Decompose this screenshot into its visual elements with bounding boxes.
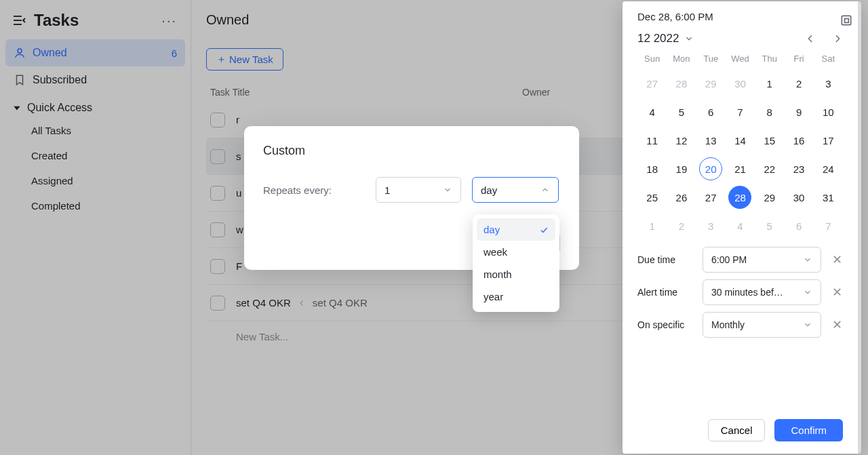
task-checkbox[interactable] xyxy=(210,296,225,311)
due-time-select[interactable]: 6:00 PM xyxy=(703,247,821,273)
clear-alert-time-button[interactable]: ✕ xyxy=(831,285,843,300)
calendar-day[interactable]: 3 xyxy=(696,212,726,240)
dow-label: Fri xyxy=(784,54,813,64)
task-checkbox[interactable] xyxy=(210,186,225,201)
calendar-day[interactable]: 24 xyxy=(814,155,843,183)
chevron-left-icon xyxy=(805,33,816,44)
nav-created[interactable]: Created xyxy=(5,143,185,168)
calendar-day[interactable]: 1 xyxy=(755,69,784,98)
task-checkbox[interactable] xyxy=(210,259,225,274)
calendar-day[interactable]: 29 xyxy=(755,183,784,212)
nav-owned[interactable]: Owned 6 xyxy=(5,39,185,66)
calendar-day[interactable]: 23 xyxy=(784,155,813,183)
nav-subscribed[interactable]: Subscribed xyxy=(5,66,185,94)
next-month-button[interactable] xyxy=(832,33,843,44)
repeat-count-select[interactable]: 1 xyxy=(376,177,461,203)
calendar-day[interactable]: 25 xyxy=(637,183,667,212)
calendar-day[interactable]: 28 xyxy=(726,183,755,212)
nav-completed[interactable]: Completed xyxy=(5,193,185,218)
dropdown-option-day[interactable]: day xyxy=(477,218,555,241)
calendar-day[interactable]: 19 xyxy=(667,155,696,183)
dropdown-option-month[interactable]: month xyxy=(477,263,555,285)
more-icon[interactable]: ··· xyxy=(159,12,180,30)
calendar-day[interactable]: 10 xyxy=(814,98,843,126)
calendar-day[interactable]: 31 xyxy=(814,183,843,212)
calendar-day[interactable]: 15 xyxy=(755,126,784,155)
calendar-day[interactable]: 30 xyxy=(784,183,813,212)
alert-time-select[interactable]: 30 minutes bef… xyxy=(703,279,821,305)
calendar-day[interactable]: 13 xyxy=(696,126,726,155)
date-cancel-button[interactable]: Cancel xyxy=(708,419,766,441)
calendar-day[interactable]: 22 xyxy=(755,155,784,183)
calendar-day[interactable]: 2 xyxy=(784,69,813,98)
bookmark-icon xyxy=(14,74,26,86)
dow-label: Mon xyxy=(667,54,696,64)
date-confirm-button[interactable]: Confirm xyxy=(774,419,843,441)
repeat-unit-select[interactable]: day xyxy=(472,177,559,203)
calendar-day[interactable]: 3 xyxy=(814,69,843,98)
clear-repeat-button[interactable]: ✕ xyxy=(831,317,843,332)
nav-owned-count: 6 xyxy=(172,47,177,59)
chevron-right-icon xyxy=(832,33,843,44)
repeat-unit-value: day xyxy=(481,184,497,196)
plus-icon: ＋ xyxy=(216,53,226,66)
nav-assigned[interactable]: Assigned xyxy=(5,168,185,193)
clear-due-time-button[interactable]: ✕ xyxy=(831,252,843,267)
dropdown-option-week[interactable]: week xyxy=(477,241,555,263)
calendar-day[interactable]: 14 xyxy=(726,126,755,155)
calendar-day[interactable]: 1 xyxy=(637,212,667,240)
calendar-day[interactable]: 4 xyxy=(637,98,667,126)
calendar-day[interactable]: 7 xyxy=(726,98,755,126)
task-checkbox[interactable] xyxy=(210,222,225,237)
calendar-day[interactable]: 17 xyxy=(814,126,843,155)
calendar-day[interactable]: 29 xyxy=(696,69,726,98)
prev-month-button[interactable] xyxy=(805,33,816,44)
svg-marker-4 xyxy=(14,106,20,111)
calendar-day[interactable]: 16 xyxy=(784,126,813,155)
calendar-day[interactable]: 12 xyxy=(667,126,696,155)
due-time-value: 6:00 PM xyxy=(711,254,747,265)
calendar-day[interactable]: 9 xyxy=(784,98,813,126)
calendar-day[interactable]: 21 xyxy=(726,155,755,183)
calendar-day[interactable]: 6 xyxy=(696,98,726,126)
dow-label: Tue xyxy=(696,54,726,64)
nav-owned-label: Owned xyxy=(33,47,67,59)
svg-rect-14 xyxy=(845,19,849,23)
dow-label: Thu xyxy=(755,54,784,64)
calendar-day[interactable]: 5 xyxy=(755,212,784,240)
calendar-day[interactable]: 2 xyxy=(667,212,696,240)
date-picker-panel: Dec 28, 6:00 PM 12 2022 SunMonTueWedThuF… xyxy=(623,1,861,454)
chevron-down-icon xyxy=(443,185,452,195)
calendar-day[interactable]: 27 xyxy=(637,69,667,98)
calendar-day[interactable]: 27 xyxy=(696,183,726,212)
calendar-day[interactable]: 7 xyxy=(814,212,843,240)
calendar-day[interactable]: 20 xyxy=(696,155,726,183)
calendar-day[interactable]: 8 xyxy=(755,98,784,126)
month-year-select[interactable]: 12 2022 xyxy=(637,32,694,45)
task-checkbox[interactable] xyxy=(210,113,225,127)
sidebar-collapse-icon[interactable] xyxy=(11,12,27,28)
repeats-every-label: Repeats every: xyxy=(263,184,365,196)
calendar-day[interactable]: 11 xyxy=(637,126,667,155)
calendar-day[interactable]: 30 xyxy=(726,69,755,98)
date-picker-header: Dec 28, 6:00 PM xyxy=(637,11,843,22)
repeat-value: Monthly xyxy=(711,319,745,330)
dropdown-option-year[interactable]: year xyxy=(477,285,555,308)
task-checkbox[interactable] xyxy=(210,149,225,164)
chevron-left-icon xyxy=(298,299,306,307)
column-task-title: Task Title xyxy=(210,87,522,98)
calendar-day[interactable]: 6 xyxy=(784,212,813,240)
calendar-day[interactable]: 26 xyxy=(667,183,696,212)
calendar-day[interactable]: 18 xyxy=(637,155,667,183)
calendar-day[interactable]: 5 xyxy=(667,98,696,126)
nav-all-tasks[interactable]: All Tasks xyxy=(5,118,185,143)
calendar-day[interactable]: 28 xyxy=(667,69,696,98)
svg-point-3 xyxy=(18,49,22,53)
popout-icon[interactable] xyxy=(840,14,853,27)
calendar-day[interactable]: 4 xyxy=(726,212,755,240)
chevron-down-icon xyxy=(803,320,812,330)
nav-group-quick-access[interactable]: Quick Access xyxy=(5,94,185,118)
alert-time-value: 30 minutes bef… xyxy=(711,287,783,298)
repeat-select[interactable]: Monthly xyxy=(703,312,821,338)
new-task-button[interactable]: ＋ New Task xyxy=(206,48,283,71)
